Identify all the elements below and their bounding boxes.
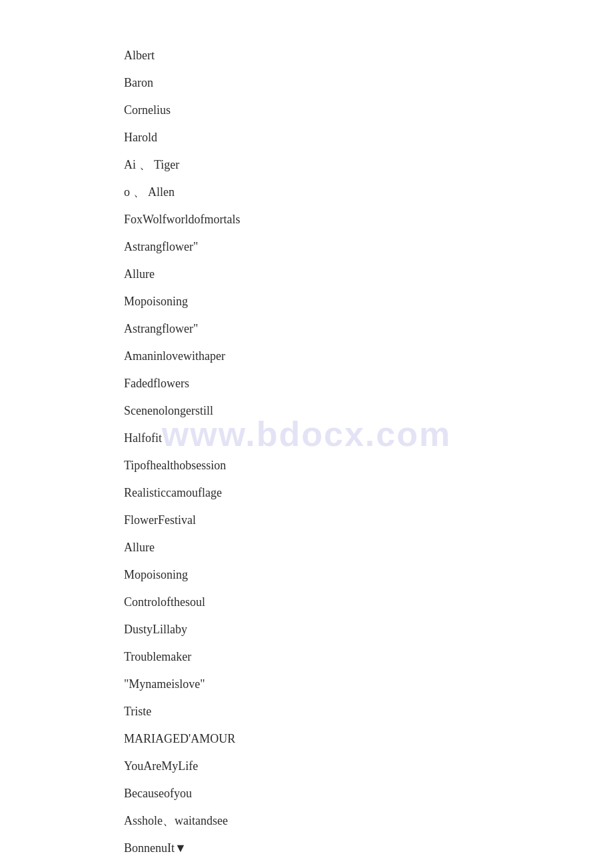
list-item: Asshole、waitandsee <box>124 812 613 830</box>
list-item: Amaninlovewithaper <box>124 347 613 365</box>
list-item: Becauseofyou <box>124 785 613 803</box>
list-item: DustyLillaby <box>124 621 613 639</box>
list-item: MARIAGED'AMOUR <box>124 730 613 748</box>
list-item: o 、 Allen <box>124 183 613 201</box>
list-item: Mopoisoning <box>124 293 613 311</box>
list-item: Tipofhealthobsession <box>124 457 613 475</box>
list-item: Cornelius <box>124 101 613 119</box>
list-item: Allure <box>124 265 613 283</box>
list-item: Fadedflowers <box>124 375 613 393</box>
list-item: BonnenuIt▼ <box>124 839 613 857</box>
list-item: YouAreMyLife <box>124 757 613 775</box>
list-item: Harold <box>124 129 613 147</box>
list-item: Controlofthesoul <box>124 593 613 611</box>
list-item: Triste <box>124 703 613 721</box>
list-item: Albert <box>124 47 613 65</box>
content-area: AlbertBaronCorneliusHaroldAi 、 Tigero 、 … <box>0 0 613 868</box>
list-item: FoxWolfworldofmortals <box>124 211 613 229</box>
list-item: Allure <box>124 539 613 557</box>
list-item: Scenenolongerstill <box>124 402 613 420</box>
list-item: Troublemaker <box>124 648 613 666</box>
list-item: Astrangflower" <box>124 320 613 338</box>
list-item: Ai 、 Tiger <box>124 156 613 174</box>
list-item: Astrangflower" <box>124 238 613 256</box>
list-item: Realisticcamouflage <box>124 484 613 502</box>
list-item: Halfofit <box>124 429 613 447</box>
list-item: Baron <box>124 74 613 92</box>
list-item: Mopoisoning <box>124 566 613 584</box>
list-item: FlowerFestival <box>124 511 613 529</box>
list-item: "Mynameislove" <box>124 675 613 693</box>
